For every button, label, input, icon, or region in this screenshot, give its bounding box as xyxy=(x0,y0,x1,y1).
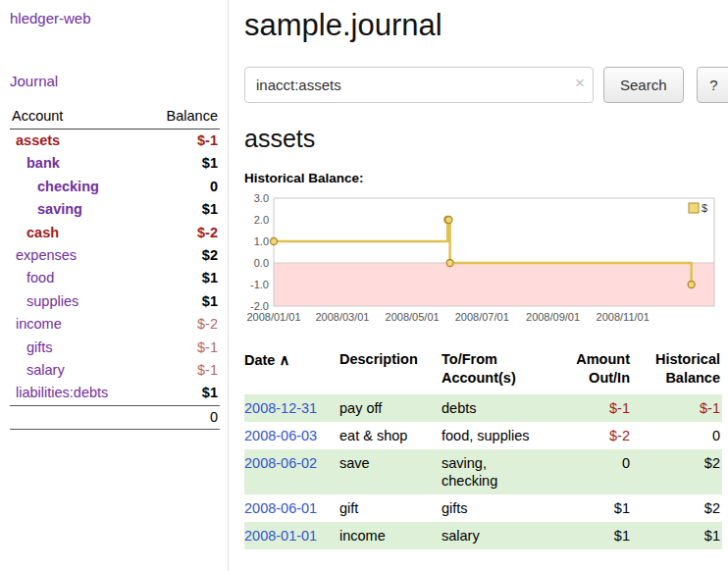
register-description: gift xyxy=(339,494,442,522)
account-balance: $1 xyxy=(145,267,220,289)
account-balance: $2 xyxy=(145,244,220,267)
account-balance: $1 xyxy=(145,152,220,175)
sidebar-item-journal[interactable]: Journal xyxy=(10,73,220,89)
register-description: pay off xyxy=(339,394,442,422)
svg-text:2008/07/01: 2008/07/01 xyxy=(455,311,509,323)
register-balance: $2 xyxy=(632,494,722,522)
account-row: expenses$2 xyxy=(10,244,220,267)
svg-text:3.0: 3.0 xyxy=(254,192,269,204)
account-link-food[interactable]: food xyxy=(26,270,54,286)
clear-search-icon[interactable]: × xyxy=(575,75,585,91)
svg-text:2008/09/01: 2008/09/01 xyxy=(526,311,580,323)
register-amount: $1 xyxy=(551,494,632,522)
accounts-table: Account Balance assets$-1bank$1checking0… xyxy=(10,105,220,430)
register-date-link[interactable]: 2008-12-31 xyxy=(244,400,317,416)
register-accounts: salary xyxy=(442,522,551,549)
register-accounts: gifts xyxy=(442,494,551,522)
main-content: sample.journal × Search ? assets Histori… xyxy=(229,0,728,571)
svg-text:2008/01/01: 2008/01/01 xyxy=(246,311,300,323)
register-amount: $-2 xyxy=(551,422,632,449)
account-row: income$-2 xyxy=(10,313,220,336)
account-link-assets[interactable]: assets xyxy=(16,132,60,148)
account-link-cash[interactable]: cash xyxy=(26,225,59,240)
account-link-supplies[interactable]: supplies xyxy=(26,293,78,309)
svg-text:1.0: 1.0 xyxy=(254,235,269,247)
search-box: × xyxy=(244,67,594,103)
register-accounts: saving, checking xyxy=(442,449,551,494)
register-description: eat & shop xyxy=(339,422,442,449)
register-date-link[interactable]: 2008-06-03 xyxy=(244,428,317,443)
account-row: checking0 xyxy=(10,176,220,198)
page-title: sample.journal xyxy=(244,8,728,43)
account-balance: $-2 xyxy=(145,313,220,336)
register-header-row: Date ∧DescriptionTo/FromAccount(s)Amount… xyxy=(244,348,722,394)
register-date-link[interactable]: 2008-01-01 xyxy=(244,528,317,544)
account-row: gifts$-1 xyxy=(10,337,220,359)
account-row: bank$1 xyxy=(10,152,220,175)
register-description: income xyxy=(339,522,442,549)
register-amount: $1 xyxy=(551,522,632,549)
register-balance: $-1 xyxy=(632,394,722,422)
historical-balance-chart: 3.02.01.00.0-1.0-2.02008/01/012008/03/01… xyxy=(244,190,728,334)
hledger-web-link[interactable]: hledger-web xyxy=(10,10,220,26)
svg-text:$: $ xyxy=(702,202,707,214)
register-balance: 0 xyxy=(632,422,722,449)
account-balance: $-1 xyxy=(145,130,220,153)
register-date-link[interactable]: 2008-06-02 xyxy=(244,455,317,471)
account-link-gifts[interactable]: gifts xyxy=(26,339,53,355)
account-link-saving[interactable]: saving xyxy=(37,201,82,217)
account-link-expenses[interactable]: expenses xyxy=(16,247,77,263)
register-row: 2008-06-03eat & shopfood, supplies$-20 xyxy=(244,422,722,449)
svg-text:0.0: 0.0 xyxy=(254,257,269,269)
account-link-salary[interactable]: salary xyxy=(26,362,65,378)
accounts-total-value: 0 xyxy=(145,405,220,429)
svg-text:2.0: 2.0 xyxy=(254,214,269,226)
sidebar: hledger-web Journal Account Balance asse… xyxy=(0,0,229,571)
register-amount: 0 xyxy=(551,449,632,494)
account-link-liabilities-debts[interactable]: liabilities:debts xyxy=(16,385,108,400)
sort-ascending-icon: ∧ xyxy=(275,351,289,368)
account-row: liabilities:debts$1 xyxy=(10,382,220,405)
account-balance: $1 xyxy=(145,290,220,313)
account-link-checking[interactable]: checking xyxy=(37,179,99,194)
search-button[interactable]: Search xyxy=(603,67,684,103)
svg-text:-1.0: -1.0 xyxy=(250,279,269,290)
help-button[interactable]: ? xyxy=(697,67,728,103)
app-window: hledger-web Journal Account Balance asse… xyxy=(0,0,728,571)
svg-text:-2.0: -2.0 xyxy=(250,300,269,312)
search-form: × Search ? xyxy=(244,67,728,103)
account-balance: $-1 xyxy=(145,359,220,382)
register-date-link[interactable]: 2008-06-01 xyxy=(244,500,317,516)
register-balance: $1 xyxy=(632,522,722,549)
register-description: save xyxy=(339,449,442,494)
register-amount: $-1 xyxy=(551,394,632,422)
register-header-date[interactable]: Date ∧ xyxy=(244,348,339,394)
accounts-header-balance: Balance xyxy=(145,105,220,130)
account-balance: $-2 xyxy=(145,222,220,244)
account-balance: $-1 xyxy=(145,337,220,359)
register-table: Date ∧DescriptionTo/FromAccount(s)Amount… xyxy=(244,348,722,549)
search-input[interactable] xyxy=(244,67,594,103)
svg-text:2008/05/01: 2008/05/01 xyxy=(386,311,440,323)
accounts-total-row: 0 xyxy=(10,405,220,429)
account-link-income[interactable]: income xyxy=(16,316,62,332)
account-row: cash$-2 xyxy=(10,222,220,244)
svg-text:2008/03/01: 2008/03/01 xyxy=(315,311,369,323)
register-row: 2008-06-01giftgifts$1$2 xyxy=(244,494,722,522)
account-link-bank[interactable]: bank xyxy=(26,155,60,171)
register-row: 2008-12-31pay offdebts$-1$-1 xyxy=(244,394,722,422)
account-heading: assets xyxy=(244,125,728,153)
register-header-accounts: To/FromAccount(s) xyxy=(442,348,551,394)
accounts-header-row: Account Balance xyxy=(10,105,220,130)
account-row: assets$-1 xyxy=(10,130,220,153)
account-balance: $1 xyxy=(145,382,220,405)
chart-title: Historical Balance: xyxy=(244,171,728,185)
register-balance: $2 xyxy=(632,449,722,494)
accounts-header-account: Account xyxy=(10,105,145,130)
register-header-amount: AmountOut/In xyxy=(551,348,632,394)
account-row: saving$1 xyxy=(10,198,220,221)
account-row: salary$-1 xyxy=(10,359,220,382)
register-accounts: debts xyxy=(442,394,551,422)
register-row: 2008-01-01incomesalary$1$1 xyxy=(244,522,722,549)
account-row: supplies$1 xyxy=(10,290,220,313)
